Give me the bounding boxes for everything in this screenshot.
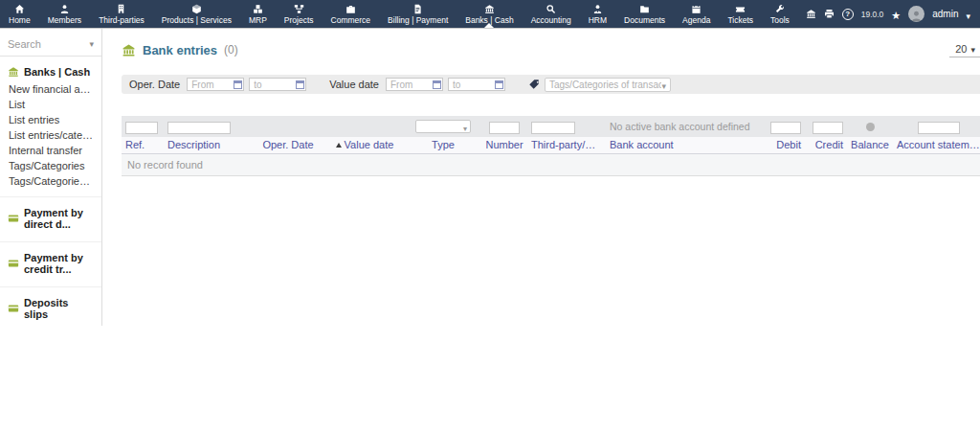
value-date-label: Value date xyxy=(329,79,379,90)
nav-products-services[interactable]: Products | Services xyxy=(153,0,240,28)
navbar-right: 19.0.0 admin xyxy=(806,0,980,28)
tag-icon xyxy=(528,79,540,90)
calendar-icon[interactable] xyxy=(495,80,503,89)
cube-icon xyxy=(191,4,202,14)
third-party-filter-input[interactable] xyxy=(531,122,575,134)
nav-commerce[interactable]: Commerce xyxy=(323,0,380,28)
account-statement-filter-input[interactable] xyxy=(918,122,960,134)
tags-select-placeholder: Tags/Categories of transactions xyxy=(549,80,661,90)
calendar-icon[interactable] xyxy=(296,80,304,89)
reconcile-row xyxy=(122,94,980,115)
version-label: 19.0.0 xyxy=(861,10,884,19)
col-third-party-user[interactable]: Third-party/User xyxy=(527,137,606,153)
tags-categories-select[interactable]: Tags/Categories of transactions xyxy=(545,78,671,92)
main-menu: Home Members Third-parties Products | Se… xyxy=(0,0,798,28)
search-dropdown-icon[interactable] xyxy=(89,39,94,49)
sidebar-item-new-financial-account[interactable]: New financial account xyxy=(0,81,101,97)
user-menu-chevron-icon[interactable] xyxy=(966,6,970,23)
nav-agenda[interactable]: Agenda xyxy=(674,0,719,28)
sidebar-item-list-entries[interactable]: List entries xyxy=(0,112,101,127)
help-icon[interactable] xyxy=(842,9,854,20)
debit-filter-input[interactable] xyxy=(770,122,801,134)
chevron-down-icon xyxy=(970,43,975,55)
nav-banks-cash[interactable]: Banks | Cash xyxy=(457,0,522,28)
credit-filter-input[interactable] xyxy=(813,122,843,134)
calendar-icon[interactable] xyxy=(234,80,242,89)
top-navbar: Home Members Third-parties Products | Se… xyxy=(0,0,980,29)
nav-projects[interactable]: Projects xyxy=(276,0,323,28)
left-sidebar: Banks | Cash New financial account List … xyxy=(0,29,102,326)
table-filter-row: No active bank account defined xyxy=(122,116,980,137)
nav-members[interactable]: Members xyxy=(39,0,90,28)
chevron-down-icon xyxy=(661,76,666,93)
sidebar-item-tags-categories-transactions[interactable]: Tags/Categories of trans... xyxy=(0,173,101,189)
type-filter-select[interactable] xyxy=(415,120,471,133)
sidebar-item-tags-categories[interactable]: Tags/Categories xyxy=(0,158,101,173)
page-size-value: 20 xyxy=(955,43,967,55)
payment-card-icon xyxy=(8,258,19,269)
print-icon[interactable] xyxy=(824,9,835,19)
sidebar-title-payment-credit-transfer[interactable]: Payment by credit tr... xyxy=(0,249,101,279)
sidebar-title-deposits-slips[interactable]: Deposits slips xyxy=(0,294,101,324)
sidebar-section-deposit-slips: Deposits slips xyxy=(0,286,101,326)
empty-row: No record found xyxy=(122,153,980,175)
section-title-label: Banks | Cash xyxy=(24,66,90,78)
value-date-from xyxy=(386,78,443,91)
bank-shortcut-icon[interactable] xyxy=(806,9,816,19)
bank-icon xyxy=(8,66,19,78)
value-date-to xyxy=(448,78,505,91)
user-menu[interactable]: admin xyxy=(932,9,958,19)
nav-home[interactable]: Home xyxy=(0,0,39,28)
col-bank-account[interactable]: Bank account xyxy=(606,137,761,153)
nav-tickets[interactable]: Tickets xyxy=(719,0,762,28)
sidebar-title-payment-direct-debit[interactable]: Payment by direct d... xyxy=(0,204,101,234)
person-icon xyxy=(59,4,70,14)
col-credit[interactable]: Credit xyxy=(805,137,847,153)
col-value-date[interactable]: Value date xyxy=(324,137,405,153)
bank-icon xyxy=(122,43,136,57)
col-balance[interactable]: Balance xyxy=(847,137,893,153)
nav-third-parties[interactable]: Third-parties xyxy=(90,0,153,28)
description-filter-input[interactable] xyxy=(167,122,231,134)
nav-label: Third-parties xyxy=(99,15,145,25)
nav-billing-payment[interactable]: Billing | Payment xyxy=(379,0,457,28)
nav-tools[interactable]: Tools xyxy=(762,0,798,28)
search-dollar-icon xyxy=(546,4,556,14)
col-debit[interactable]: Debit xyxy=(761,137,805,153)
search-input[interactable] xyxy=(8,38,89,50)
col-account-statement[interactable]: Account statement xyxy=(893,137,980,153)
nav-label: Commerce xyxy=(331,15,371,25)
bookmarks-icon[interactable] xyxy=(891,6,901,23)
oper-date-to xyxy=(249,78,306,91)
calendar-icon xyxy=(691,4,702,14)
col-oper-date[interactable]: Oper. Date xyxy=(252,137,324,153)
col-description[interactable]: Description xyxy=(164,137,252,153)
col-number[interactable]: Number xyxy=(481,137,527,153)
chevron-down-icon xyxy=(463,118,467,135)
sidebar-item-list[interactable]: List xyxy=(0,97,101,112)
sidebar-section-direct-debit: Payment by direct d... xyxy=(0,196,101,236)
ticket-icon xyxy=(735,4,746,14)
nav-accounting[interactable]: Accounting xyxy=(523,0,580,28)
number-filter-input[interactable] xyxy=(489,122,520,134)
nav-label: Documents xyxy=(624,15,665,25)
sidebar-item-list-entries-category[interactable]: List entries/category xyxy=(0,127,101,143)
bank-entries-table: No active bank account defined Ref. Desc… xyxy=(122,116,980,176)
page-header: Bank entries (0) 20 xyxy=(122,36,980,63)
table-header-row: Ref. Description Oper. Date Value date T… xyxy=(122,137,980,153)
building-icon xyxy=(116,4,126,14)
page-size-select[interactable]: 20 xyxy=(949,43,980,57)
calendar-icon[interactable] xyxy=(433,80,441,89)
nav-label: Home xyxy=(9,15,31,25)
sidebar-title-banks-cash[interactable]: Banks | Cash xyxy=(0,63,101,81)
sidebar-item-internal-transfer[interactable]: Internal transfer xyxy=(0,143,101,158)
avatar[interactable] xyxy=(908,6,924,22)
nav-documents[interactable]: Documents xyxy=(615,0,674,28)
ref-filter-input[interactable] xyxy=(125,122,158,134)
cubes-icon xyxy=(253,4,263,14)
col-type[interactable]: Type xyxy=(405,137,481,153)
col-ref[interactable]: Ref. xyxy=(122,137,164,153)
payment-card-icon xyxy=(8,213,19,224)
nav-mrp[interactable]: MRP xyxy=(240,0,276,28)
nav-hrm[interactable]: HRM xyxy=(580,0,615,28)
